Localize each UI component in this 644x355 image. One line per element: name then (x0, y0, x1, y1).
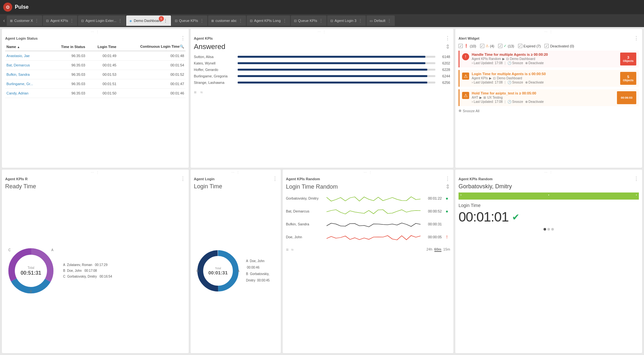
time-in-status: 96:35:03 (48, 70, 87, 79)
tab-customer-x[interactable]: ⊞ Customer X ⋮ (7, 15, 42, 26)
filter-icon[interactable]: ≡ (194, 90, 196, 95)
kpi-value: 6244 (437, 74, 450, 78)
filter-expired[interactable]: ✓Expired (7) (518, 44, 541, 48)
drag-handle[interactable]: ⋯ ⋮ (2, 29, 189, 35)
agent-name: Bufkin, Sandra (5, 70, 48, 79)
snooze-btn-2[interactable]: 🕐 Snooze (507, 81, 523, 84)
tab-agent-login-ext[interactable]: ⊡ Agent Login Exter... ⋮ (78, 15, 126, 26)
agent-kpis-random-right-widget: ⋯ ⋮ Agent KPIs Random ⋮ Gorbatovskiy, Dm… (455, 170, 642, 353)
agent-name: Burlingame, Gr... (5, 79, 48, 89)
tab-customer-abc[interactable]: ⊞ customer abc ⋮ (208, 15, 246, 26)
time-in-status: 96:35:03 (48, 51, 87, 61)
ready-time-label: Ready Time (5, 183, 185, 192)
kpi-bar-track (238, 69, 435, 71)
tab-agent-kpis-long[interactable]: ⊡ Agent KPIs Long ⋮ (247, 15, 290, 26)
tab-menu-icon[interactable]: ⋮ (70, 18, 74, 23)
alert-3-title: Hold Time for asipto_test is ≥ 00:05:00 (472, 91, 614, 95)
login-time-label: Login Time (194, 183, 278, 192)
agent-name: Bat, Demarcus (5, 61, 48, 70)
widget-title: Agent KPIs Random (286, 177, 320, 181)
tab-menu-icon[interactable]: ⋮ (319, 18, 323, 23)
line-value: 00:00:52 (422, 209, 442, 213)
col-time-status[interactable]: Time in Status (48, 43, 87, 51)
metric-dropdown-2[interactable]: ⇕ (445, 183, 450, 190)
dot-3[interactable] (551, 228, 554, 231)
snooze-all-button[interactable]: ⊗Snooze All (459, 109, 639, 113)
tab-menu-icon[interactable]: ⋮ (34, 18, 39, 23)
login-time-donut: Total 00:01:31 (194, 247, 242, 295)
tabs-prev-button[interactable]: ‹ (1, 18, 7, 24)
time-controls: 24h 60m 15m (426, 247, 450, 252)
metric-label: Login Time (459, 203, 639, 208)
kpi-bar-track (238, 62, 435, 64)
filter-error[interactable]: ✓❗(10) (459, 44, 476, 48)
filter-warning[interactable]: ✓⚠(4) (480, 44, 494, 48)
tab-agent-kpis[interactable]: ⊡ Agent KPIs ⋮ (43, 15, 77, 26)
kpi-bar-row: Sutton, Alisa 6148 (194, 55, 450, 59)
line-label: Gorbatovskiy, Dmitry (286, 196, 325, 200)
tab-menu-icon[interactable]: ⋮ (238, 18, 243, 23)
deactivate-btn-3[interactable]: ⊗ Deactivate (525, 100, 544, 104)
time-in-status: 96:35:03 (48, 89, 87, 98)
login-time: 00:01:51 (87, 79, 118, 89)
person-name: Gorbatovskiy, Dmitry (459, 183, 639, 190)
continuous-login-time: 00:01:46 (118, 89, 185, 98)
drag-handle[interactable]: ⋯ ⋮ (283, 170, 453, 175)
metric-dropdown[interactable]: ⇕ (445, 43, 450, 50)
kpi-bar-row: Strange, Lashawna 6256 (194, 81, 450, 84)
drag-handle[interactable]: ⋯ ⋮ (2, 170, 189, 175)
deactivate-btn-1[interactable]: ⊗ Deactivate (525, 61, 544, 65)
drag-handle[interactable]: ⋯ ⋮ (191, 170, 281, 175)
snooze-btn-3[interactable]: 🕐 Snooze (507, 100, 523, 104)
snooze-btn-1[interactable]: 🕐 Snooze (507, 61, 523, 65)
chart-icon-2[interactable]: ≈ (291, 247, 294, 252)
drag-handle[interactable]: ⋯ ⋮ (455, 170, 642, 175)
filter-deactivated[interactable]: ✓Deactivated (0) (545, 44, 574, 48)
tab-menu-icon[interactable]: ⋮ (358, 18, 363, 23)
filter-ok[interactable]: ✓✓(13) (498, 44, 514, 48)
svg-text:00:01:31: 00:01:31 (208, 270, 228, 275)
widget-menu-button[interactable]: ⋮ (634, 176, 639, 182)
login-time: 00:01:49 (87, 51, 118, 61)
kpi-value: 6228 (437, 68, 450, 72)
drag-handle[interactable]: ⋯ ⋮ (455, 29, 642, 35)
line-value: 00:01:22 (422, 196, 442, 200)
col-cont-login[interactable]: Continuous Login Time 🔍 (118, 43, 185, 51)
drag-handle[interactable]: ⋯ ⋮ (191, 29, 453, 35)
tab-menu-icon[interactable]: ⋮ (200, 18, 204, 23)
agent-login-status-widget: ⋯ ⋮ Agent Login Status ⋮ Name ▲ Time in … (2, 29, 189, 168)
widget-title: Agent Login Status (5, 36, 38, 40)
metric-value: 00:01:01 (459, 209, 509, 225)
kpi-bar-fill (238, 69, 427, 71)
sparkline (327, 219, 421, 229)
tab-queue-kpis-2[interactable]: ⊡ Queue KPIs ⋮ (291, 15, 327, 26)
widget-menu-button[interactable]: ⋮ (445, 35, 450, 41)
alert-filters: ✓❗(10) ✓⚠(4) ✓✓(13) ✓Expired (7) ✓Deacti… (459, 43, 639, 51)
answered-label: Answered (194, 43, 225, 51)
col-name[interactable]: Name ▲ (5, 43, 48, 51)
dot-2[interactable] (547, 228, 550, 231)
chart-icon[interactable]: ≈ (200, 90, 203, 95)
filter-icon-2[interactable]: ≡ (286, 247, 289, 252)
continuous-login-time: 00:01:54 (118, 61, 185, 70)
widget-menu-button[interactable]: ⋮ (445, 176, 450, 182)
tab-menu-icon[interactable]: ⋮ (163, 18, 168, 23)
widget-menu-button[interactable]: ⋮ (634, 35, 639, 41)
col-login-time[interactable]: Login Time (87, 43, 118, 51)
alert-item-3: ⚠ Hold Time for asipto_test is ≥ 00:05:0… (459, 89, 639, 106)
tab-demo-dashboard[interactable]: 5 ◈ Demo Dashboard ⋮ (126, 15, 171, 26)
tab-menu-icon[interactable]: ⋮ (282, 18, 287, 23)
tab-agent-login-3[interactable]: ⊡ Agent Login 3 ⋮ (327, 15, 366, 26)
widget-menu-button[interactable]: ⋮ (272, 176, 278, 182)
agent-kpis-r-widget: ⋯ ⋮ Agent KPIs R ⋮ Ready Time Tot (2, 170, 189, 353)
tab-queue-kpis[interactable]: ⊡ Queue KPIs ⋮ (172, 15, 207, 26)
search-icon[interactable]: 🔍 (180, 44, 184, 49)
dot-1[interactable] (544, 228, 546, 231)
deactivate-btn-2[interactable]: ⊗ Deactivate (525, 81, 544, 84)
tab-menu-icon[interactable]: ⋮ (387, 18, 392, 23)
widget-menu-button[interactable]: ⋮ (180, 176, 185, 182)
widget-menu-button[interactable]: ⋮ (180, 35, 185, 41)
alert-widget: ⋯ ⋮ Alert Widget ⋮ ✓❗(10) ✓⚠(4) ✓✓(13) ✓… (455, 29, 642, 168)
tab-default[interactable]: ▭ Default ⋮ (366, 15, 395, 26)
tab-menu-icon[interactable]: ⋮ (118, 18, 122, 23)
